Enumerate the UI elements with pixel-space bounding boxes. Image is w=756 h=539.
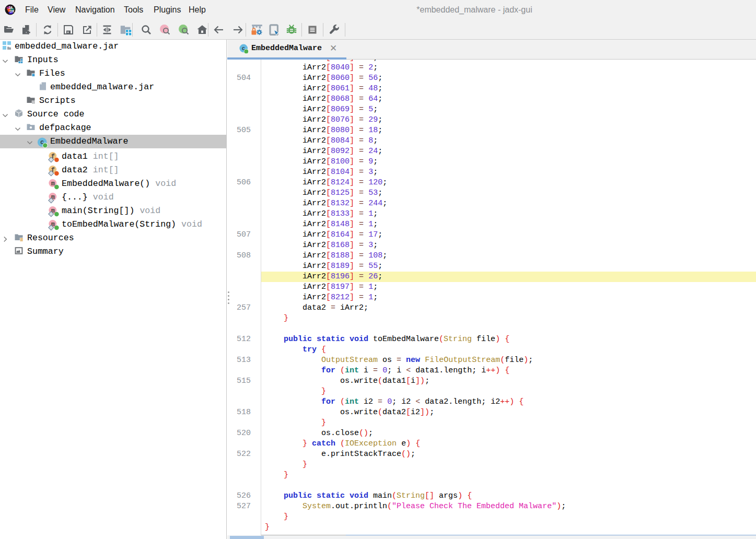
svg-text:JA: JA: [8, 6, 13, 9]
svg-text:m: m: [51, 180, 55, 188]
svg-text:DX: DX: [9, 9, 15, 13]
